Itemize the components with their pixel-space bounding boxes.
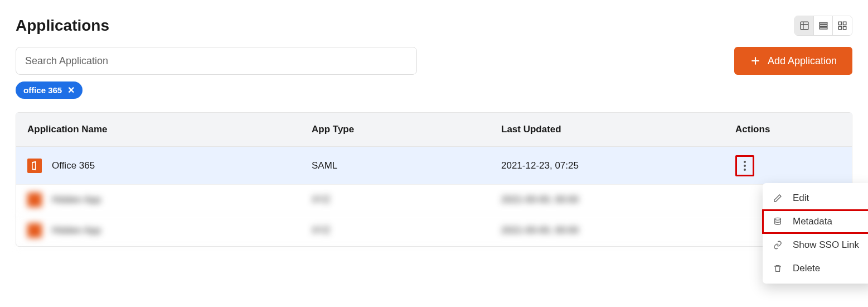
view-toggle — [794, 16, 852, 36]
dropdown-delete[interactable]: Delete — [763, 257, 868, 280]
dropdown-delete-label: Delete — [793, 263, 820, 274]
dots-icon — [744, 161, 746, 163]
dropdown-metadata[interactable]: Metadata — [763, 210, 868, 233]
app-updated-cell: 2021-12-23, 07:25 — [501, 160, 735, 171]
row-actions-button[interactable] — [738, 159, 751, 172]
search-input[interactable] — [16, 47, 417, 75]
dropdown-edit-label: Edit — [793, 193, 809, 204]
link-icon — [773, 240, 783, 250]
col-header-actions: Actions — [735, 124, 841, 135]
plus-icon — [750, 55, 761, 66]
applications-table: Application Name App Type Last Updated A… — [16, 112, 852, 247]
grid-icon — [837, 21, 847, 31]
view-grid-button[interactable] — [833, 16, 852, 35]
svg-rect-0 — [801, 22, 808, 30]
svg-rect-3 — [819, 22, 827, 24]
svg-rect-9 — [843, 27, 846, 30]
table-icon — [799, 21, 809, 31]
svg-rect-8 — [838, 27, 841, 30]
app-type-cell: SAML — [312, 160, 501, 171]
filter-chip-label: office 365 — [23, 85, 62, 95]
table-row: Hidden App XYZ 2021-00-00, 00:00 — [16, 215, 852, 246]
database-icon — [773, 217, 783, 227]
table-row: Hidden App XYZ 2021-00-00, 00:00 — [16, 185, 852, 215]
app-name-cell: Office 365 — [52, 160, 95, 171]
filter-chip[interactable]: office 365 ✕ — [16, 81, 83, 99]
add-application-label: Add Application — [768, 55, 837, 67]
view-list-button[interactable] — [814, 16, 833, 35]
page-title: Applications — [16, 17, 109, 35]
list-icon — [818, 21, 828, 31]
pencil-icon — [773, 193, 783, 203]
svg-rect-5 — [819, 27, 827, 29]
dropdown-edit[interactable]: Edit — [763, 186, 868, 210]
trash-icon — [773, 263, 783, 274]
dropdown-metadata-label: Metadata — [793, 216, 832, 227]
dropdown-sso[interactable]: Show SSO Link — [763, 233, 868, 257]
add-application-button[interactable]: Add Application — [734, 47, 852, 75]
col-header-name: Application Name — [27, 124, 312, 135]
table-row[interactable]: Office 365 SAML 2021-12-23, 07:25 — [16, 147, 852, 185]
svg-rect-6 — [838, 22, 841, 25]
col-header-type: App Type — [312, 124, 501, 135]
close-icon[interactable]: ✕ — [67, 85, 75, 95]
svg-rect-7 — [843, 22, 846, 25]
table-header: Application Name App Type Last Updated A… — [16, 113, 852, 147]
svg-rect-4 — [819, 25, 827, 27]
view-table-button[interactable] — [795, 16, 814, 35]
office365-icon — [27, 159, 42, 173]
dropdown-sso-label: Show SSO Link — [793, 239, 859, 251]
col-header-updated: Last Updated — [501, 124, 735, 135]
svg-point-12 — [775, 218, 781, 220]
actions-dropdown: Edit Metadata Show SSO Link Delete — [763, 183, 868, 284]
